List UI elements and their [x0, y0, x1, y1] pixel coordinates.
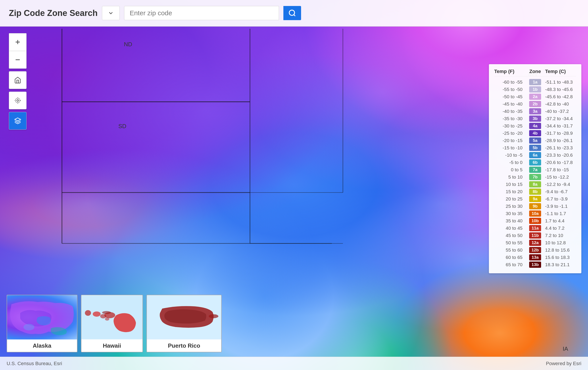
legend-temp-c-2a: -45.6 to -42.8	[545, 94, 576, 99]
legend-temp-c-5a: -28.9 to -26.1	[545, 138, 576, 143]
legend-temp-c-11b: 7.2 to 10	[545, 233, 576, 238]
legend-temp-f-13a: 60 to 65	[494, 255, 525, 260]
legend-row-3b: -35 to -30 3b -37.2 to -34.4	[494, 116, 576, 122]
app-title: Zip Code Zone Search	[9, 8, 98, 18]
search-button[interactable]	[284, 6, 301, 20]
map-container: ND MN SD IA Zip Code Zone Search	[0, 0, 588, 370]
legend-temp-f-10a: 30 to 35	[494, 211, 525, 216]
legend-temp-f-7b: 5 to 10	[494, 174, 525, 180]
legend-temp-f-1b: -55 to -50	[494, 87, 525, 92]
legend-row-12b: 55 to 60 12b 12.8 to 15.6	[494, 247, 576, 253]
legend-temp-f-2b: -45 to -40	[494, 101, 525, 107]
puerto-rico-inset-map: Puerto Rico	[147, 295, 222, 352]
legend-temp-c-13b: 18.3 to 21.1	[545, 262, 576, 267]
legend-row-8a: 10 to 15 8a -12.2 to -9.4	[494, 181, 576, 187]
zoom-in-button[interactable]	[9, 33, 27, 51]
legend-col-temp-c: Temp (C)	[545, 69, 576, 74]
legend-temp-f-5a: -20 to -15	[494, 138, 525, 143]
legend-temp-c-6a: -23.3 to -20.6	[545, 152, 576, 158]
legend-row-7b: 5 to 10 7b -15 to -12.2	[494, 174, 576, 180]
legend-row-7a: 0 to 5 7a -17.8 to -15	[494, 167, 576, 173]
legend-row-6b: -5 to 0 6b -20.6 to -17.8	[494, 159, 576, 166]
legend-rows: -60 to -55 1a -51.1 to -48.3 -55 to -50 …	[494, 79, 576, 268]
legend-row-2b: -45 to -40 2b -42.8 to -40	[494, 101, 576, 107]
legend-row-1b: -55 to -50 1b -48.3 to -45.6	[494, 86, 576, 93]
attribution-left: U.S. Census Bureau, Esri	[7, 361, 62, 367]
zone-badge-1a: 1a	[529, 79, 541, 85]
zone-badge-2b: 2b	[529, 101, 541, 107]
svg-point-20	[100, 314, 106, 318]
zone-badge-13a: 13a	[529, 254, 541, 260]
legend-temp-f-9b: 25 to 30	[494, 204, 525, 209]
legend-temp-c-4b: -31.7 to -28.9	[545, 131, 576, 136]
home-button[interactable]	[9, 71, 27, 89]
svg-point-17	[23, 324, 34, 331]
map-controls	[9, 33, 27, 130]
legend-col-zone: Zone	[525, 69, 545, 74]
svg-marker-16	[15, 118, 21, 121]
legend-temp-f-3b: -35 to -30	[494, 116, 525, 121]
legend-row-9a: 20 to 25 9a -6.7 to -3.9	[494, 196, 576, 202]
svg-point-15	[15, 98, 20, 103]
dropdown-button[interactable]	[102, 6, 120, 20]
legend-temp-f-2a: -50 to -45	[494, 94, 525, 99]
zone-badge-7b: 7b	[529, 174, 541, 180]
zone-badge-11a: 11a	[529, 225, 541, 231]
legend-row-10b: 35 to 40 10b 1.7 to 4.4	[494, 218, 576, 224]
legend-temp-f-7a: 0 to 5	[494, 167, 525, 172]
legend-temp-f-5b: -15 to -10	[494, 145, 525, 150]
alaska-map-bg	[7, 295, 77, 339]
zone-badge-6a: 6a	[529, 152, 541, 158]
zone-badge-8a: 8a	[529, 181, 541, 187]
zone-badge-13b: 13b	[529, 262, 541, 268]
legend-row-1a: -60 to -55 1a -51.1 to -48.3	[494, 79, 576, 85]
zip-code-input[interactable]	[124, 6, 279, 20]
zoom-controls	[9, 33, 27, 69]
legend-temp-c-5b: -26.1 to -23.3	[545, 145, 576, 150]
zone-badge-3a: 3a	[529, 108, 541, 114]
legend-temp-f-11b: 45 to 50	[494, 233, 525, 238]
alaska-shape	[7, 295, 77, 339]
legend: Temp (F) Zone Temp (C) -60 to -55 1a -51…	[489, 64, 581, 273]
legend-temp-f-4a: -30 to -25	[494, 123, 525, 128]
svg-point-24	[105, 317, 109, 321]
legend-temp-f-8b: 15 to 20	[494, 189, 525, 194]
legend-row-13a: 60 to 65 13a 15.6 to 18.3	[494, 254, 576, 260]
zone-badge-9a: 9a	[529, 196, 541, 202]
legend-row-4b: -25 to -20 4b -31.7 to -28.9	[494, 130, 576, 136]
legend-temp-c-12a: 10 to 12.8	[545, 240, 576, 245]
zoom-out-button[interactable]	[9, 51, 27, 69]
hawaii-inset-map: Hawaii	[81, 295, 143, 352]
legend-temp-f-10b: 35 to 40	[494, 218, 525, 223]
legend-temp-f-3a: -40 to -35	[494, 109, 525, 114]
legend-temp-c-3a: -40 to -37.2	[545, 109, 576, 114]
zone-badge-1b: 1b	[529, 86, 541, 93]
zone-badge-10b: 10b	[529, 218, 541, 224]
legend-temp-f-6a: -10 to -5	[494, 152, 525, 158]
zone-badge-12a: 12a	[529, 240, 541, 246]
legend-temp-f-4b: -25 to -20	[494, 131, 525, 136]
legend-row-4a: -30 to -25 4a -34.4 to -31.7	[494, 123, 576, 129]
legend-temp-c-9a: -6.7 to -3.9	[545, 196, 576, 201]
hawaii-shape	[81, 295, 142, 339]
puerto-rico-map-bg	[147, 295, 221, 339]
legend-temp-f-9a: 20 to 25	[494, 196, 525, 201]
svg-point-23	[102, 311, 111, 314]
legend-temp-c-1b: -48.3 to -45.6	[545, 87, 576, 92]
layers-button[interactable]	[9, 112, 27, 130]
svg-point-21	[93, 311, 100, 317]
legend-temp-c-7a: -17.8 to -15	[545, 167, 576, 172]
zone-badge-5b: 5b	[529, 145, 541, 151]
zone-badge-12b: 12b	[529, 247, 541, 253]
zone-badge-4b: 4b	[529, 130, 541, 136]
legend-temp-f-11a: 40 to 45	[494, 225, 525, 231]
svg-line-10	[294, 15, 295, 16]
zone-badge-10a: 10a	[529, 211, 541, 217]
legend-row-8b: 15 to 20 8b -9.4 to -6.7	[494, 189, 576, 195]
svg-point-9	[289, 10, 295, 15]
legend-row-5a: -20 to -15 5a -28.9 to -26.1	[494, 137, 576, 144]
legend-temp-f-8a: 10 to 15	[494, 182, 525, 187]
legend-row-5b: -15 to -10 5b -26.1 to -23.3	[494, 145, 576, 151]
location-button[interactable]	[9, 92, 27, 109]
legend-row-13b: 65 to 70 13b 18.3 to 21.1	[494, 262, 576, 268]
